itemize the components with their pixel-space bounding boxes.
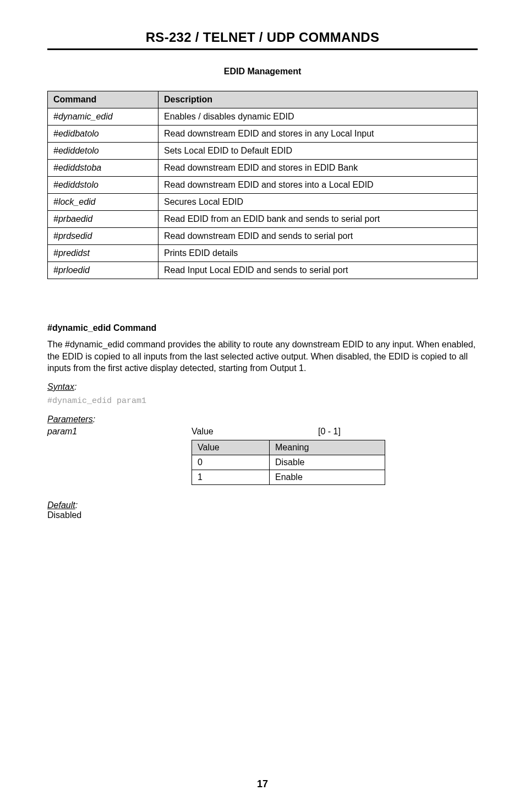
value-table: Value Meaning 0 Disable 1 Enable <box>192 440 385 485</box>
syntax-code: #dynamic_edid param1 <box>47 396 478 406</box>
page-number: 17 <box>0 778 525 790</box>
cmd-cell: #edidbatolo <box>48 126 158 143</box>
value-cell: 1 <box>192 470 270 484</box>
default-value: Disabled <box>47 510 81 520</box>
meaning-cell: Disable <box>270 455 385 470</box>
col-command: Command <box>48 91 158 108</box>
section-title: EDID Management <box>47 67 478 77</box>
table-row: #ediddetolo Sets Local EDID to Default E… <box>48 143 478 160</box>
col-meaning: Meaning <box>270 440 385 455</box>
value-cell: 0 <box>192 455 270 470</box>
cmd-cell: #prloedid <box>48 262 158 279</box>
cmd-cell: #ediddstoba <box>48 160 158 177</box>
col-description: Description <box>158 91 478 108</box>
table-row: #ediddstolo Read downstream EDID and sto… <box>48 177 478 194</box>
cmd-cell: #ediddetolo <box>48 143 158 160</box>
desc-cell: Read EDID from an EDID bank and sends to… <box>158 211 478 228</box>
desc-cell: Read downstream EDID and stores in EDID … <box>158 160 478 177</box>
desc-cell: Secures Local EDID <box>158 194 478 211</box>
parameters-label-text: Parameters <box>47 415 93 424</box>
command-detail-title: #dynamic_edid Command <box>47 323 478 333</box>
cmd-cell: #prbaedid <box>48 211 158 228</box>
desc-cell: Sets Local EDID to Default EDID <box>158 143 478 160</box>
table-row: #ediddstoba Read downstream EDID and sto… <box>48 160 478 177</box>
table-row: #lock_edid Secures Local EDID <box>48 194 478 211</box>
param-value-label: Value <box>192 427 318 437</box>
table-row: #prloedid Read Input Local EDID and send… <box>48 262 478 279</box>
page-title: RS-232 / TELNET / UDP COMMANDS <box>47 30 478 45</box>
param-row: param1 Value [0 - 1] <box>47 427 478 437</box>
param-range: [0 - 1] <box>318 427 341 437</box>
cmd-cell: #dynamic_edid <box>48 108 158 126</box>
syntax-label-text: Syntax <box>47 382 74 391</box>
table-row: #dynamic_edid Enables / disables dynamic… <box>48 108 478 126</box>
default-block: Default: Disabled <box>47 500 478 520</box>
col-value: Value <box>192 440 270 455</box>
desc-cell: Read Input Local EDID and sends to seria… <box>158 262 478 279</box>
meaning-cell: Enable <box>270 470 385 484</box>
cmd-cell: #predidst <box>48 245 158 262</box>
desc-cell: Read downstream EDID and stores in any L… <box>158 126 478 143</box>
table-row: 0 Disable <box>192 455 385 470</box>
page: RS-232 / TELNET / UDP COMMANDS EDID Mana… <box>0 0 525 812</box>
cmd-cell: #ediddstolo <box>48 177 158 194</box>
parameters-colon: : <box>93 415 95 424</box>
table-row: #prbaedid Read EDID from an EDID bank an… <box>48 211 478 228</box>
table-row: #predidst Prints EDID details <box>48 245 478 262</box>
default-colon: : <box>75 500 78 510</box>
table-header-row: Value Meaning <box>192 440 385 455</box>
table-row: #prdsedid Read downstream EDID and sends… <box>48 228 478 245</box>
desc-cell: Read downstream EDID and sends to serial… <box>158 228 478 245</box>
table-row: #edidbatolo Read downstream EDID and sto… <box>48 126 478 143</box>
default-label: Default <box>47 500 75 510</box>
cmd-cell: #lock_edid <box>48 194 158 211</box>
desc-cell: Prints EDID details <box>158 245 478 262</box>
command-detail-description: The #dynamic_edid command provides the a… <box>47 339 478 374</box>
syntax-label: Syntax: <box>47 382 478 392</box>
command-table: Command Description #dynamic_edid Enable… <box>47 91 478 279</box>
cmd-cell: #prdsedid <box>48 228 158 245</box>
desc-cell: Read downstream EDID and stores into a L… <box>158 177 478 194</box>
table-row: 1 Enable <box>192 470 385 484</box>
parameters-label: Parameters: <box>47 415 478 424</box>
syntax-colon: : <box>74 382 76 391</box>
table-header-row: Command Description <box>48 91 478 108</box>
title-rule <box>47 48 478 50</box>
param-name: param1 <box>47 427 192 437</box>
desc-cell: Enables / disables dynamic EDID <box>158 108 478 126</box>
